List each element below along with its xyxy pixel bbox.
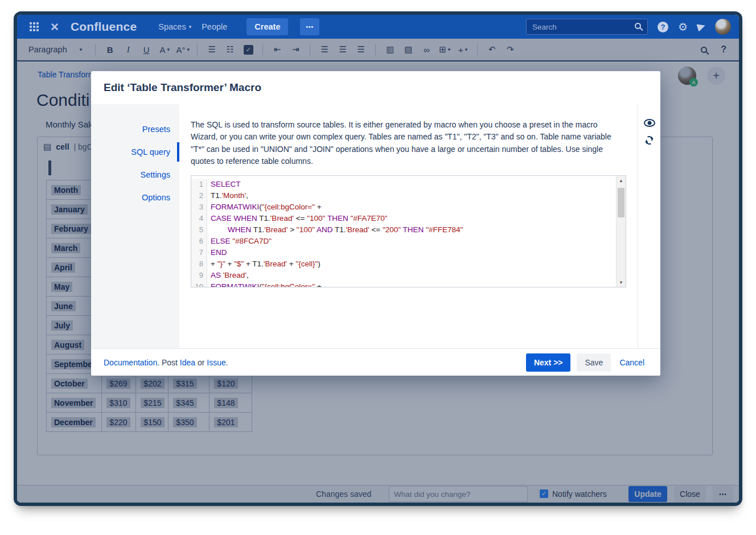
table-cell[interactable]: $310 xyxy=(102,393,136,413)
table-cell[interactable]: $120 xyxy=(209,374,252,393)
page-layout-button[interactable]: ▥ xyxy=(383,42,397,57)
insert-more-button[interactable]: +▾ xyxy=(455,42,470,57)
tab-settings[interactable]: Settings xyxy=(91,163,179,186)
nav-right: ? ⚙ xyxy=(526,19,731,35)
footer-text: . Post xyxy=(157,358,180,367)
notify-watchers-checkbox[interactable]: ✓ xyxy=(540,489,548,498)
save-button[interactable]: Save xyxy=(577,353,611,372)
paragraph-style-dropdown[interactable]: Paragraph ▾ xyxy=(28,45,82,54)
documentation-link[interactable]: Documentation xyxy=(104,358,157,367)
tab-options[interactable]: Options xyxy=(91,186,179,209)
idea-link[interactable]: Idea xyxy=(180,358,195,367)
close-button[interactable]: Close xyxy=(674,486,706,502)
align-left-button[interactable]: ☰ xyxy=(317,42,332,57)
code-scrollbar[interactable]: ▲ ▼ xyxy=(616,176,626,287)
preview-eye-icon[interactable] xyxy=(644,119,655,127)
sql-code-editor[interactable]: 1SELECT2T1.'Month',3FORMATWIKI("{cell:bg… xyxy=(191,175,626,287)
statusbar-more-button[interactable]: ••• xyxy=(713,486,733,502)
table-cell[interactable]: November xyxy=(47,393,102,413)
task-list-button[interactable]: ✓ xyxy=(241,42,256,57)
table-cell[interactable]: $202 xyxy=(136,374,169,393)
scrollbar-thumb[interactable] xyxy=(618,188,624,217)
table-cell[interactable]: $215 xyxy=(136,393,169,413)
code-line: 10FORMATWIKI("{cell:bgColor=" + xyxy=(191,281,616,287)
editor-help-icon[interactable]: ? xyxy=(721,44,726,55)
undo-button[interactable]: ↶ xyxy=(484,42,499,57)
invite-plus-button[interactable]: + xyxy=(707,67,725,85)
toolbar-divider xyxy=(310,44,310,55)
bold-button[interactable]: B xyxy=(102,42,117,57)
indent-button[interactable]: ⇥ xyxy=(288,42,303,57)
nav-more-button[interactable]: ••• xyxy=(300,18,319,35)
bullet-list-button[interactable]: ☰ xyxy=(204,42,219,57)
line-number: 2 xyxy=(191,190,207,201)
table-cell[interactable]: $148 xyxy=(209,393,252,413)
scroll-down-icon[interactable]: ▼ xyxy=(617,278,626,287)
chevron-down-icon: ▾ xyxy=(448,47,451,52)
line-number: 10 xyxy=(191,281,207,287)
search-box[interactable] xyxy=(526,19,648,35)
table-cell[interactable]: $345 xyxy=(169,393,209,413)
confluence-logo-text[interactable]: Confluence xyxy=(71,20,137,34)
table-cell[interactable]: October xyxy=(47,374,102,393)
cell-text: $120 xyxy=(214,378,237,389)
line-number: 1 xyxy=(191,179,207,190)
table-row: October$269$202$315$120 xyxy=(47,374,252,393)
line-number: 8 xyxy=(191,258,207,270)
code-line: 2T1.'Month', xyxy=(191,190,616,201)
underline-icon: U xyxy=(143,45,150,55)
table-cell[interactable]: $150 xyxy=(136,413,169,432)
change-comment-input[interactable] xyxy=(389,486,528,502)
numbered-list-button[interactable]: ☷ xyxy=(223,42,237,57)
table-cell[interactable]: $269 xyxy=(102,374,136,393)
scroll-up-icon[interactable]: ▲ xyxy=(617,176,626,185)
nav-people[interactable]: People xyxy=(202,22,227,31)
help-icon[interactable]: ? xyxy=(658,22,668,32)
underline-button[interactable]: U xyxy=(139,42,154,57)
table-cell[interactable]: $201 xyxy=(209,413,252,432)
align-center-button[interactable]: ☰ xyxy=(335,42,350,57)
tab-sql-query[interactable]: SQL query xyxy=(91,141,179,163)
nav-spaces[interactable]: Spaces▾ xyxy=(158,22,191,31)
app-switcher-icon[interactable] xyxy=(30,22,32,24)
sql-description: The SQL is used to transform source tabl… xyxy=(191,119,625,168)
create-button[interactable]: Create xyxy=(246,18,288,35)
table-row: November$310$215$345$148 xyxy=(47,393,252,413)
announcement-icon[interactable] xyxy=(696,22,706,32)
align-right-button[interactable]: ☰ xyxy=(354,42,368,57)
update-button[interactable]: Update xyxy=(628,486,667,502)
code-text: FORMATWIKI("{cell:bgColor=" + xyxy=(207,201,322,213)
search-icon[interactable] xyxy=(635,23,641,29)
more-formatting-icon: A° xyxy=(176,45,185,55)
editor-search-icon[interactable] xyxy=(701,47,707,53)
more-formatting-button[interactable]: A°▾ xyxy=(175,42,190,57)
table-cell[interactable]: $315 xyxy=(169,374,209,393)
text-color-button[interactable]: A▾ xyxy=(157,42,172,57)
outdent-button[interactable]: ⇤ xyxy=(270,42,285,57)
page-layout-icon: ▥ xyxy=(386,44,394,55)
table-cell[interactable]: $220 xyxy=(102,413,136,432)
table-cell[interactable]: December xyxy=(47,413,102,432)
next-button[interactable]: Next >> xyxy=(526,353,571,372)
insert-image-button[interactable]: ▨ xyxy=(401,42,416,57)
code-line: 7END xyxy=(191,247,616,258)
cancel-button[interactable]: Cancel xyxy=(617,353,647,372)
refresh-icon[interactable] xyxy=(644,135,655,146)
confluence-logo-icon[interactable]: ✕ xyxy=(50,20,59,34)
insert-link-button[interactable]: ∞ xyxy=(419,42,434,57)
tab-presets[interactable]: Presets xyxy=(91,118,179,141)
footer-text: or xyxy=(195,358,207,367)
bold-icon: B xyxy=(107,45,113,55)
cell-text: $220 xyxy=(106,417,130,427)
user-avatar[interactable] xyxy=(715,19,731,35)
breadcrumb[interactable]: Table Transform xyxy=(38,70,94,79)
insert-table-button[interactable]: ⊞▾ xyxy=(437,42,452,57)
table-cell[interactable]: $350 xyxy=(169,413,209,432)
presence-badge: A xyxy=(689,78,698,87)
settings-gear-icon[interactable]: ⚙ xyxy=(678,22,688,32)
line-number: 9 xyxy=(191,270,207,281)
issue-link[interactable]: Issue xyxy=(207,358,225,367)
search-input[interactable] xyxy=(526,19,648,35)
redo-button[interactable]: ↷ xyxy=(503,42,517,57)
italic-button[interactable]: I xyxy=(121,42,135,57)
